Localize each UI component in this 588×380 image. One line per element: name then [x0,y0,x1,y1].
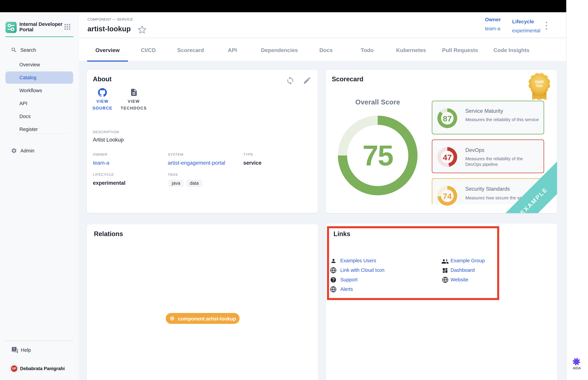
svg-text:Gold: Gold [535,80,544,84]
svg-text:Tier: Tier [536,84,543,88]
svg-text:?: ? [13,347,15,351]
